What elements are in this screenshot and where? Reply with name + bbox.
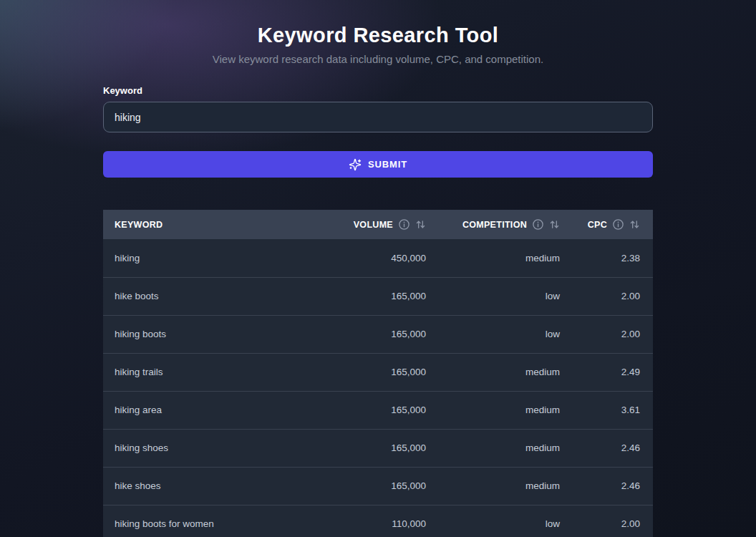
volume-cell: 165,000 (304, 353, 426, 391)
volume-cell: 165,000 (304, 467, 426, 505)
column-label-volume: VOLUME (354, 220, 393, 230)
cpc-cell: 2.49 (560, 353, 653, 391)
competition-cell: medium (426, 239, 560, 277)
column-label-cpc: CPC (588, 220, 607, 230)
column-header-volume[interactable]: VOLUME (304, 210, 426, 239)
keyword-cell: hiking trails (103, 353, 304, 391)
competition-cell: medium (426, 391, 560, 429)
table-row: hike boots 165,000 low 2.00 (103, 277, 653, 315)
results-table: KEYWORD VOLUME (103, 210, 653, 537)
keyword-cell: hiking area (103, 391, 304, 429)
table-row: hiking trails 165,000 medium 2.49 (103, 353, 653, 391)
keyword-input[interactable] (103, 102, 653, 132)
volume-cell: 165,000 (304, 429, 426, 467)
column-label-keyword: KEYWORD (115, 220, 163, 230)
keyword-cell: hiking shoes (103, 429, 304, 467)
page-title: Keyword Research Tool (103, 24, 653, 47)
submit-label: SUBMIT (368, 159, 407, 170)
competition-cell: low (426, 505, 560, 537)
keyword-cell: hiking boots for women (103, 505, 304, 537)
cpc-cell: 2.38 (560, 239, 653, 277)
volume-cell: 165,000 (304, 315, 426, 353)
column-header-competition[interactable]: COMPETITION (426, 210, 560, 239)
sort-arrows-icon[interactable] (549, 219, 560, 230)
sparkles-icon (349, 158, 362, 171)
page-subtitle: View keyword research data including vol… (103, 53, 653, 65)
cpc-cell: 3.61 (560, 391, 653, 429)
volume-cell: 165,000 (304, 391, 426, 429)
table-header-row: KEYWORD VOLUME (103, 210, 653, 239)
cpc-cell: 2.46 (560, 467, 653, 505)
column-label-competition: COMPETITION (462, 220, 527, 230)
keyword-cell: hiking (103, 239, 304, 277)
competition-cell: low (426, 315, 560, 353)
page: Keyword Research Tool View keyword resea… (103, 24, 653, 537)
competition-cell: medium (426, 467, 560, 505)
keyword-label: Keyword (103, 85, 653, 96)
keyword-cell: hike boots (103, 277, 304, 315)
submit-button[interactable]: SUBMIT (103, 151, 653, 178)
table-row: hiking area 165,000 medium 3.61 (103, 391, 653, 429)
table-row: hike shoes 165,000 medium 2.46 (103, 467, 653, 505)
competition-cell: medium (426, 429, 560, 467)
competition-cell: medium (426, 353, 560, 391)
info-icon[interactable] (612, 218, 624, 231)
keyword-cell: hike shoes (103, 467, 304, 505)
table-row: hiking boots for women 110,000 low 2.00 (103, 505, 653, 537)
sort-arrows-icon[interactable] (415, 219, 426, 230)
sort-arrows-icon[interactable] (629, 219, 640, 230)
volume-cell: 450,000 (304, 239, 426, 277)
table-row: hiking shoes 165,000 medium 2.46 (103, 429, 653, 467)
info-icon[interactable] (532, 218, 544, 231)
cpc-cell: 2.00 (560, 277, 653, 315)
keyword-cell: hiking boots (103, 315, 304, 353)
competition-cell: low (426, 277, 560, 315)
volume-cell: 110,000 (304, 505, 426, 537)
info-icon[interactable] (398, 218, 410, 231)
column-header-keyword: KEYWORD (103, 210, 304, 239)
table-row: hiking boots 165,000 low 2.00 (103, 315, 653, 353)
cpc-cell: 2.00 (560, 315, 653, 353)
table-row: hiking 450,000 medium 2.38 (103, 239, 653, 277)
cpc-cell: 2.00 (560, 505, 653, 537)
volume-cell: 165,000 (304, 277, 426, 315)
column-header-cpc[interactable]: CPC (560, 210, 653, 239)
cpc-cell: 2.46 (560, 429, 653, 467)
